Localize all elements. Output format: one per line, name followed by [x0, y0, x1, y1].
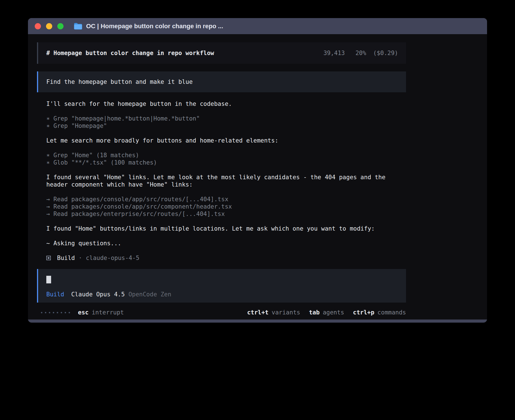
assistant-paragraph: I found several "Home" links. Let me loo… — [46, 174, 406, 188]
text-cursor — [46, 276, 51, 283]
agent-status-line: Build · claude-opus-4-5 — [46, 254, 406, 262]
context-percent: 20% — [355, 50, 366, 56]
folder-icon — [74, 23, 82, 30]
tool-call-line: → Read packages/console/app/src/componen… — [46, 203, 406, 210]
zoom-button[interactable] — [57, 23, 64, 29]
traffic-lights — [35, 23, 64, 29]
tool-call-line: ∗ Glob "**/*.tsx" (100 matches) — [46, 159, 406, 166]
tool-call-group: ∗ Grep "Home" (18 matches) ∗ Glob "**/*.… — [46, 152, 406, 166]
terminal-content: # Homepage button color change in repo w… — [28, 34, 487, 320]
user-message: Find the homepage button and make it blu… — [37, 71, 406, 92]
spinner-dot — [69, 312, 70, 313]
mode-label: Build — [46, 291, 64, 298]
user-message-text: Find the homepage button and make it blu… — [46, 78, 193, 85]
agent-name: Build — [57, 254, 75, 262]
spinner-dot — [41, 312, 42, 313]
model-label: Claude Opus 4.5 — [71, 291, 125, 298]
session-stats: 39,413 20% ($0.29) — [323, 49, 398, 57]
prompt-input[interactable]: Build Claude Opus 4.5 OpenCode Zen — [37, 269, 406, 303]
interrupt-label: interrupt — [92, 309, 124, 316]
tool-call-line: → Read packages/enterprise/src/routes/[.… — [46, 210, 406, 218]
assistant-paragraph: Let me search more broadly for buttons a… — [46, 137, 406, 144]
shortcut-variants: ctrl+t variants — [247, 309, 300, 316]
status-bar-right: ctrl+t variants tab agents ctrl+p comman… — [238, 309, 406, 316]
shortcut-key: ctrl+t — [247, 309, 269, 316]
tool-call-group: ∗ Grep "homepage|home.*button|Home.*butt… — [46, 115, 406, 130]
agent-icon — [46, 256, 51, 260]
spinner-dot — [49, 312, 50, 313]
token-count: 39,413 — [323, 50, 345, 56]
agent-separator: · — [78, 254, 82, 262]
assistant-paragraph: I'll search for the homepage button in t… — [46, 100, 406, 108]
status-bar: esc interrupt ctrl+t variants tab agents… — [37, 309, 406, 316]
close-button[interactable] — [35, 23, 41, 29]
tool-call-line: ∗ Grep "homepage|home.*button|Home.*butt… — [46, 115, 406, 122]
assistant-paragraph: I found "Home" buttons/links in multiple… — [46, 225, 406, 232]
shortcut-key: ctrl+p — [353, 309, 374, 316]
shortcut-commands: ctrl+p commands — [353, 309, 406, 316]
status-bar-left: esc interrupt — [37, 309, 124, 316]
spinner — [41, 312, 70, 313]
spinner-dot — [57, 312, 58, 313]
agent-model: claude-opus-4-5 — [86, 254, 139, 262]
shortcut-label: agents — [323, 309, 344, 316]
esc-key: esc — [78, 309, 89, 316]
minimize-button[interactable] — [46, 23, 52, 29]
terminal-window: OC | Homepage button color change in rep… — [28, 18, 487, 323]
transcript: I'll search for the homepage button in t… — [37, 100, 406, 262]
shortcut-key: tab — [309, 309, 320, 316]
window-titlebar[interactable]: OC | Homepage button color change in rep… — [28, 18, 487, 34]
status-line: ~ Asking questions... — [46, 240, 406, 247]
spinner-dot — [61, 312, 62, 313]
session-header: # Homepage button color change in repo w… — [37, 42, 406, 64]
shortcut-agents: tab agents — [309, 309, 344, 316]
tool-call-line: ∗ Grep "Homepage" — [46, 122, 406, 130]
input-meta: Build Claude Opus 4.5 OpenCode Zen — [46, 291, 398, 298]
window-title: OC | Homepage button color change in rep… — [86, 23, 223, 30]
spinner-dot — [65, 312, 66, 313]
tool-call-line: ∗ Grep "Home" (18 matches) — [46, 152, 406, 159]
spinner-dot — [45, 312, 46, 313]
session-cost: ($0.29) — [373, 50, 398, 56]
tool-call-group: → Read packages/console/app/src/routes/[… — [46, 196, 406, 218]
spinner-dot — [53, 312, 54, 313]
shortcut-label: variants — [272, 309, 300, 316]
shortcut-label: commands — [377, 309, 406, 316]
session-title: # Homepage button color change in repo w… — [46, 49, 214, 57]
provider-label: OpenCode Zen — [128, 291, 171, 298]
tool-call-line: → Read packages/console/app/src/routes/[… — [46, 196, 406, 203]
